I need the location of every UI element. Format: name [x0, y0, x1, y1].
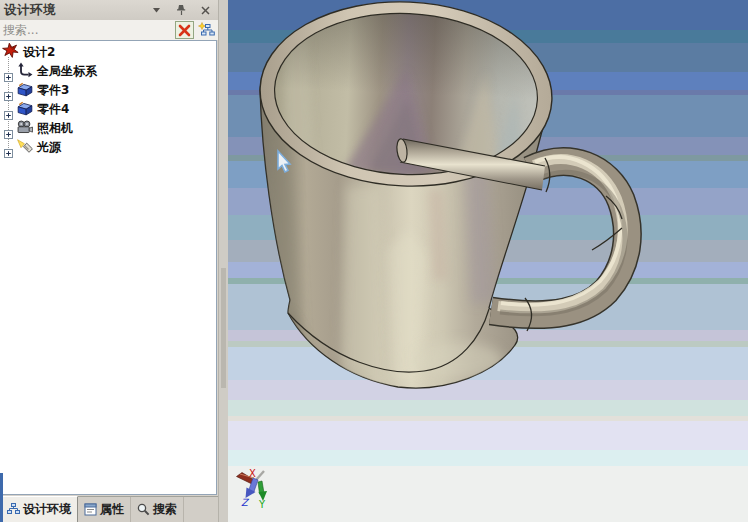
- tab-properties[interactable]: 属性: [78, 497, 131, 522]
- hierarchy-tree-icon: [7, 503, 20, 516]
- tree-item-light[interactable]: 光源: [0, 138, 61, 157]
- hierarchy-star-icon: [198, 22, 215, 39]
- properties-sheet-icon: [84, 503, 97, 516]
- axis-z-label: Z: [241, 497, 250, 508]
- model-tree: 设计2 全局坐标系: [0, 40, 217, 495]
- tree-item-label: 零件3: [37, 82, 69, 99]
- tree-item-part4[interactable]: 零件4: [0, 100, 69, 119]
- tab-search[interactable]: 搜索: [131, 497, 184, 522]
- design-environment-panel: 设计环境 搜索...: [0, 0, 218, 522]
- red-x-icon: [178, 24, 191, 37]
- pin-icon[interactable]: [174, 3, 188, 17]
- search-bar: 搜索...: [0, 20, 218, 40]
- panel-header: 设计环境: [0, 0, 218, 20]
- tree-item-label: 全局坐标系: [37, 63, 97, 80]
- panel-splitter[interactable]: [218, 0, 228, 522]
- clear-search-button[interactable]: [175, 21, 194, 39]
- tree-item-label: 光源: [37, 139, 61, 156]
- panel-tab-bar: 设计环境 属性 搜索: [0, 496, 218, 522]
- design-root-icon: [2, 42, 19, 63]
- coordinate-system-icon: [17, 62, 33, 82]
- tab-label: 属性: [100, 501, 124, 518]
- tree-item-global-csys[interactable]: 全局坐标系: [0, 62, 97, 81]
- light-source-icon: [17, 138, 33, 158]
- part-icon: [17, 100, 33, 120]
- tree-item-part3[interactable]: 零件3: [0, 81, 69, 100]
- expand-plus-icon[interactable]: [4, 143, 13, 162]
- part-icon: [17, 81, 33, 101]
- splitter-thumb[interactable]: [221, 268, 226, 388]
- tree-item-label: 零件4: [37, 101, 69, 118]
- tab-label: 搜索: [153, 501, 177, 518]
- chevron-down-icon[interactable]: [150, 3, 164, 17]
- axis-x-label: X: [249, 468, 256, 479]
- advanced-search-button[interactable]: [197, 21, 216, 39]
- tab-design-environment[interactable]: 设计环境: [0, 496, 78, 522]
- tree-item-camera[interactable]: 照相机: [0, 119, 73, 138]
- mug-model: X Z Y: [228, 0, 748, 522]
- panel-title: 设计环境: [0, 2, 56, 19]
- tree-item-design2[interactable]: 设计2: [2, 43, 55, 62]
- search-input[interactable]: 搜索...: [0, 22, 175, 39]
- camera-icon: [17, 119, 33, 139]
- close-icon[interactable]: [198, 3, 212, 17]
- window-edge-accent: [0, 473, 3, 522]
- 3d-viewport[interactable]: X Z Y: [228, 0, 748, 522]
- axis-y-label: Y: [258, 499, 266, 510]
- tab-label: 设计环境: [23, 501, 71, 518]
- tree-item-label: 设计2: [23, 44, 55, 61]
- magnifier-icon: [137, 503, 150, 516]
- axis-triad: X Z Y: [237, 468, 268, 510]
- tree-item-label: 照相机: [37, 120, 73, 137]
